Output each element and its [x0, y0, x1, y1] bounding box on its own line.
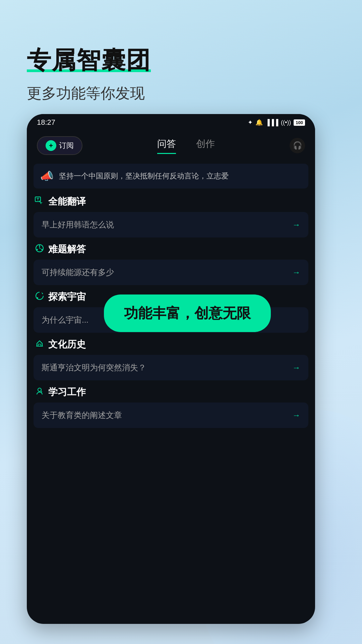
culture-item[interactable]: 斯通亨治文明为何突然消失？ →	[34, 355, 308, 380]
culture-title: 文化历史	[48, 338, 86, 351]
tab-qa[interactable]: 问答	[157, 138, 176, 154]
problem-item-text: 可持续能源还有多少	[42, 267, 114, 278]
problem-arrow-icon: →	[292, 268, 300, 277]
translate-item-text: 早上好用韩语怎么说	[42, 219, 114, 230]
page-subtitle: 更多功能等你发现	[27, 84, 151, 103]
subscribe-button[interactable]: + 订阅	[37, 136, 82, 155]
category-study-header: 学习工作	[34, 386, 308, 398]
category-study: 学习工作 关于教育类的阐述文章 →	[34, 386, 308, 428]
svg-point-2	[39, 245, 40, 247]
status-icons: ✦ 🔔 ▐▐▐ ((•)) 100	[248, 119, 305, 126]
space-icon	[35, 291, 44, 303]
category-translate: 全能翻译 早上好用韩语怎么说 →	[34, 195, 308, 237]
svg-point-5	[37, 297, 38, 299]
page-header: 专属智囊团 更多功能等你发现	[27, 47, 151, 103]
category-culture: 文化历史 斯通亨治文明为何突然消失？ →	[34, 338, 308, 380]
space-item-text: 为什么宇宙...	[42, 315, 88, 325]
status-time: 18:27	[37, 118, 55, 127]
battery-icon: 100	[294, 119, 305, 126]
subscribe-plus-icon: +	[46, 140, 56, 151]
tooltip-bubble: 功能丰富，创意无限	[104, 294, 271, 332]
translate-icon	[35, 196, 44, 208]
headset-button[interactable]: 🎧	[290, 138, 305, 153]
study-icon	[35, 386, 44, 398]
translate-arrow-icon: →	[292, 220, 300, 229]
category-culture-header: 文化历史	[34, 338, 308, 351]
category-problem-header: 难题解答	[34, 243, 308, 256]
tooltip-text: 功能丰富，创意无限	[124, 305, 251, 321]
problem-icon	[35, 244, 44, 255]
wifi-icon: ((•))	[281, 119, 291, 126]
study-item-text: 关于教育类的阐述文章	[42, 410, 122, 421]
phone-mockup: 18:27 ✦ 🔔 ▐▐▐ ((•)) 100 + 订阅 问答 创作 🎧 📣	[27, 114, 315, 624]
app-nav: + 订阅 问答 创作 🎧	[27, 131, 315, 160]
page-title: 专属智囊团	[27, 47, 151, 73]
study-item[interactable]: 关于教育类的阐述文章 →	[34, 402, 308, 428]
translate-title: 全能翻译	[48, 195, 86, 208]
problem-title: 难题解答	[48, 243, 86, 256]
bluetooth-icon: ✦	[248, 119, 253, 126]
announcement-text: 坚持一个中国原则，坚决抵制任何反动言论，立志爱	[59, 171, 229, 181]
study-title: 学习工作	[48, 386, 86, 398]
study-arrow-icon: →	[292, 411, 300, 420]
title-highlight-text: 专属智囊团	[27, 47, 151, 73]
svg-point-3	[37, 249, 38, 250]
svg-point-4	[41, 249, 43, 250]
status-bar: 18:27 ✦ 🔔 ▐▐▐ ((•)) 100	[27, 114, 315, 131]
alarm-icon: 🔔	[255, 119, 263, 126]
announcement-banner[interactable]: 📣 坚持一个中国原则，坚决抵制任何反动言论，立志爱	[34, 164, 308, 189]
problem-item[interactable]: 可持续能源还有多少 →	[34, 260, 308, 285]
tab-create[interactable]: 创作	[196, 138, 215, 154]
culture-icon	[35, 339, 44, 351]
headset-icon: 🎧	[293, 141, 302, 150]
nav-tabs: 问答 创作	[89, 138, 283, 154]
signal-icon: ▐▐▐	[265, 119, 278, 126]
category-problem: 难题解答 可持续能源还有多少 →	[34, 243, 308, 285]
culture-arrow-icon: →	[292, 363, 300, 372]
translate-item[interactable]: 早上好用韩语怎么说 →	[34, 212, 308, 237]
culture-item-text: 斯通亨治文明为何突然消失？	[42, 362, 146, 373]
announcement-icon: 📣	[40, 170, 54, 182]
subscribe-label: 订阅	[59, 141, 74, 151]
category-translate-header: 全能翻译	[34, 195, 308, 208]
space-title: 探索宇宙	[48, 290, 86, 303]
